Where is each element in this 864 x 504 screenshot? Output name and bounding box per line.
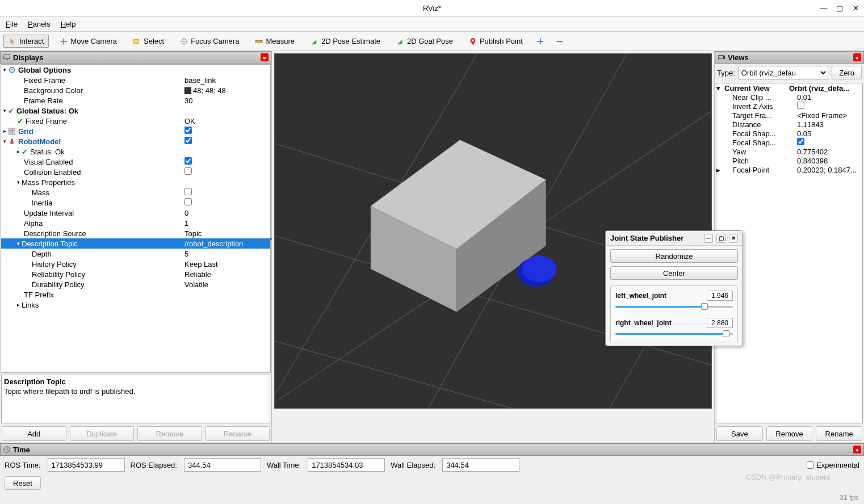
tree-mass-properties[interactable]: Mass Properties	[22, 178, 75, 187]
tree-fixed-frame-status[interactable]: Fixed Frame	[26, 117, 67, 125]
fps-indicator: 31 fps	[840, 494, 858, 502]
jsp-center-button[interactable]: Center	[610, 266, 738, 280]
tree-global-status[interactable]: Global Status: Ok	[16, 107, 78, 115]
tool-2d-goal-pose[interactable]: 2D Goal Pose	[391, 35, 458, 48]
jsp-close-button[interactable]: ✕	[729, 234, 738, 243]
wall-time-field[interactable]	[308, 458, 385, 472]
mass-checkbox[interactable]	[184, 188, 192, 195]
maximize-button[interactable]: ▢	[836, 5, 844, 12]
focal-shape-fixed-checkbox[interactable]	[797, 138, 804, 145]
views-zero-button[interactable]: Zero	[832, 66, 862, 79]
robotmodel-checkbox[interactable]	[184, 137, 192, 144]
displays-remove-button[interactable]: Remove	[137, 426, 202, 441]
tree-fixed-frame[interactable]: Fixed Frame	[24, 76, 65, 85]
views-panel-title: Views ●	[715, 51, 864, 64]
tree-desc-topic[interactable]: Description Topic	[22, 240, 78, 248]
tool-move-camera[interactable]: Move Camera	[54, 35, 122, 48]
tool-publish-point[interactable]: Publish Point	[464, 35, 528, 48]
displays-add-button[interactable]: Add	[2, 426, 66, 441]
tree-history-policy[interactable]: History Policy	[32, 260, 77, 268]
jsp-title: Joint State Publisher	[610, 234, 683, 242]
wall-time-label: Wall Time:	[267, 461, 301, 469]
svg-rect-7	[6, 60, 8, 60]
tool-remove[interactable]	[553, 35, 567, 48]
jsp-maximize-button[interactable]: ▢	[716, 234, 725, 243]
tree-grid[interactable]: Grid	[18, 127, 33, 136]
tree-frame-rate[interactable]: Frame Rate	[24, 96, 63, 105]
ros-time-label: ROS Time:	[5, 461, 41, 469]
svg-point-4	[472, 39, 474, 41]
jsp-left-joint-value[interactable]: 1.946	[707, 291, 733, 301]
grid-checkbox[interactable]	[184, 127, 192, 134]
tree-desc-source[interactable]: Description Source	[24, 229, 86, 238]
jsp-right-joint-value[interactable]: 2.880	[707, 318, 733, 328]
tree-robotmodel[interactable]: RobotModel	[18, 137, 61, 146]
tool-measure[interactable]: Measure	[250, 35, 300, 48]
tree-inertia[interactable]: Inertia	[32, 199, 52, 207]
check-icon: ✔	[22, 148, 28, 156]
menu-file[interactable]: File	[6, 20, 18, 28]
ros-time-field[interactable]	[48, 458, 125, 472]
tool-select[interactable]: Select	[128, 35, 169, 48]
tree-reliability-policy[interactable]: Reliability Policy	[32, 270, 85, 279]
jsp-right-joint-slider[interactable]	[615, 330, 733, 337]
visual-enabled-checkbox[interactable]	[184, 157, 192, 165]
tool-interact[interactable]: Interact	[3, 35, 49, 48]
menu-panels[interactable]: Panels	[28, 20, 51, 28]
toolbar: Interact Move Camera Select Focus Camera…	[0, 32, 864, 51]
jsp-left-joint-label: left_wheel_joint	[615, 292, 666, 300]
tree-bg-color[interactable]: Background Color	[24, 86, 83, 95]
tree-alpha[interactable]: Alpha	[24, 219, 43, 228]
tree-durability-policy[interactable]: Durability Policy	[32, 280, 84, 289]
publish-point-icon	[469, 37, 477, 45]
clock-icon	[3, 446, 11, 453]
views-rename-button[interactable]: Rename	[816, 426, 862, 441]
tool-2d-pose-estimate[interactable]: 2D Pose Estimate	[305, 35, 385, 48]
inertia-checkbox[interactable]	[184, 198, 192, 205]
menu-help[interactable]: Help	[61, 20, 76, 28]
tree-global-options[interactable]: Global Options	[18, 66, 71, 74]
views-remove-button[interactable]: Remove	[766, 426, 813, 441]
tool-focus-camera[interactable]: Focus Camera	[175, 35, 244, 48]
displays-icon	[3, 53, 11, 61]
views-type-select[interactable]: Orbit (rviz_defau	[739, 66, 828, 79]
jsp-minimize-button[interactable]: —	[704, 234, 713, 243]
close-button[interactable]: ✕	[852, 5, 859, 12]
invert-z-checkbox[interactable]	[797, 102, 804, 109]
tree-depth[interactable]: Depth	[32, 250, 52, 258]
minimize-button[interactable]: —	[820, 5, 828, 12]
jsp-left-joint-slider[interactable]	[615, 303, 733, 310]
tree-collision-enabled[interactable]: Collision Enabled	[24, 168, 81, 177]
time-panel-title: Time ●	[0, 443, 864, 456]
svg-point-23	[522, 255, 557, 282]
displays-rename-button[interactable]: Rename	[205, 426, 270, 441]
wall-elapsed-field[interactable]	[442, 458, 519, 472]
tree-links[interactable]: Links	[22, 301, 39, 309]
jsp-randomize-button[interactable]: Randomize	[610, 249, 738, 263]
window-titlebar: RViz* — ▢ ✕	[0, 0, 864, 17]
views-close-button[interactable]: ●	[853, 53, 861, 61]
tree-update-interval[interactable]: Update Interval	[24, 209, 74, 217]
displays-close-button[interactable]: ●	[261, 53, 269, 61]
minus-icon	[556, 37, 564, 45]
tree-visual-enabled[interactable]: Visual Enabled	[24, 158, 73, 166]
displays-tree[interactable]: ▾Global Options ·Fixed Framebase_link ·B…	[1, 64, 271, 373]
joint-state-publisher-window[interactable]: Joint State Publisher — ▢ ✕ Randomize Ce…	[605, 230, 743, 346]
tree-status-ok[interactable]: Status: Ok	[30, 148, 65, 156]
time-close-button[interactable]: ●	[853, 446, 861, 453]
panel-collapse-handle[interactable]: ◂	[267, 227, 273, 250]
views-save-button[interactable]: Save	[716, 426, 763, 441]
experimental-checkbox[interactable]	[807, 461, 814, 469]
displays-panel-title: Displays ●	[0, 51, 271, 64]
svg-point-10	[11, 138, 13, 141]
collision-enabled-checkbox[interactable]	[184, 167, 192, 175]
reset-button[interactable]: Reset	[5, 476, 41, 490]
svg-rect-6	[4, 55, 10, 59]
ros-elapsed-label: ROS Elapsed:	[131, 461, 177, 469]
tool-add[interactable]	[534, 35, 547, 48]
tree-mass[interactable]: Mass	[32, 188, 49, 197]
displays-duplicate-button[interactable]: Duplicate	[70, 426, 135, 441]
tree-tf-prefix[interactable]: TF Prefix	[24, 291, 54, 299]
ros-elapsed-field[interactable]	[184, 458, 261, 472]
svg-rect-5	[557, 41, 563, 42]
